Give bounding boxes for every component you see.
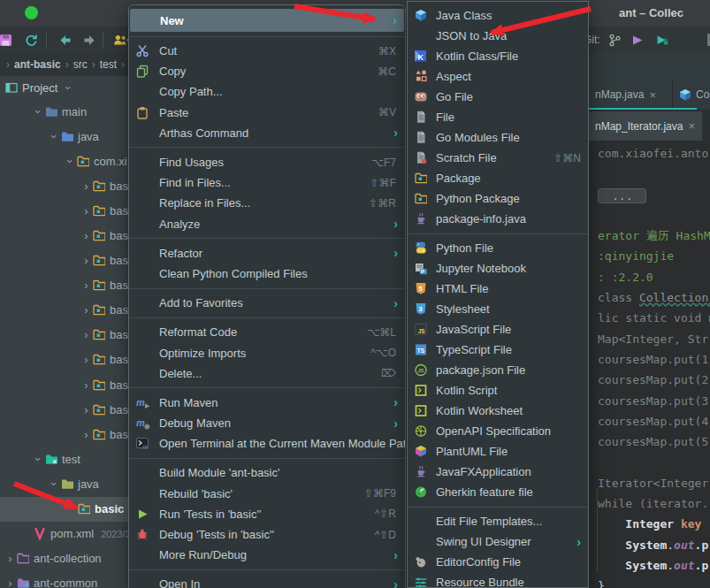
submenu-arrow-icon: › <box>576 535 581 549</box>
menu-item-add-to-favorites[interactable]: Add to Favorites› <box>129 293 405 313</box>
chevron-down-icon[interactable]: › <box>48 130 61 143</box>
chevron-down-icon[interactable]: › <box>64 155 77 168</box>
menu-item-rebuild-basic[interactable]: Rebuild 'basic'⇧⌘F9 <box>129 484 405 504</box>
menu-item-swing-ui-designer[interactable]: Swing UI Designer› <box>408 531 588 552</box>
menu-item-cut[interactable]: Cut⌘X <box>129 41 405 61</box>
none-icon <box>136 577 154 588</box>
menu-item-arthas-command[interactable]: Arthas Command› <box>129 123 405 143</box>
folded-region[interactable]: ... <box>598 188 646 203</box>
menu-item-refactor[interactable]: Refactor› <box>129 243 405 263</box>
editor-tab-nmap-iterator-java[interactable]: nMap_Iterator.java× <box>589 111 702 141</box>
menu-item-analyze[interactable]: Analyze› <box>129 214 405 234</box>
update-project-icon[interactable] <box>626 29 649 50</box>
submenu-arrow-icon: › <box>393 217 398 231</box>
svg-text:JS: JS <box>418 328 426 334</box>
menu-item-kotlin-worksheet[interactable]: Kotlin Worksheet <box>408 401 588 421</box>
git-branch-icon[interactable] <box>603 29 626 50</box>
menu-item-java-class[interactable]: Java Class <box>408 5 588 26</box>
tree-item-label: pom.xml <box>50 527 94 540</box>
menu-item-json-to-java[interactable]: JSON to Java <box>408 26 588 46</box>
editor-tab-collectio[interactable]: Collectio <box>673 80 710 110</box>
save-icon[interactable] <box>0 29 17 50</box>
chevron-right-icon[interactable]: › <box>4 552 17 565</box>
menu-item-kotlin-class-file[interactable]: KKotlin Class/File <box>408 46 588 66</box>
menu-item-find-usages[interactable]: Find Usages⌥F7 <box>129 152 405 172</box>
toolbar-overflow-icon[interactable] <box>700 29 710 50</box>
chevron-right-icon[interactable]: › <box>80 403 93 416</box>
back-icon[interactable] <box>53 29 76 50</box>
menu-item-clean-python-compiled-files[interactable]: Clean Python Compiled Files <box>129 263 405 284</box>
chevron-right-icon[interactable]: › <box>80 254 93 267</box>
breadcrumb-item[interactable]: ant-basic <box>14 58 61 71</box>
menu-item-copy-path[interactable]: Copy Path... <box>129 81 405 102</box>
menu-item-python-file[interactable]: Python File <box>408 238 588 258</box>
menu-item-editorconfig-file[interactable]: EditorConfig File <box>408 552 588 572</box>
menu-item-debug-tests-in-basic[interactable]: Debug 'Tests in 'basic''^⇧D <box>129 524 405 545</box>
menu-item-gherkin-feature-file[interactable]: Gherkin feature file <box>408 482 588 502</box>
sync-icon[interactable] <box>19 29 42 50</box>
close-icon[interactable]: × <box>688 119 695 133</box>
chevron-right-icon[interactable]: › <box>80 328 93 341</box>
chevron-right-icon[interactable]: › <box>80 204 93 218</box>
menu-item-reformat-code[interactable]: Reformat Code⌥⌘L <box>129 322 405 342</box>
menu-item-package[interactable]: Package <box>408 168 588 188</box>
code-editor[interactable]: com.xiaofei.anto ... erator 遍历 HashMap K… <box>591 143 710 588</box>
menu-item-debug-maven[interactable]: mDebug Maven› <box>129 413 405 433</box>
menu-item-aspect[interactable]: Aspect <box>408 66 588 87</box>
menu-item-plantuml-file[interactable]: PlantUML File <box>408 441 588 462</box>
menu-item-scratch-file[interactable]: Scratch File⇧⌘N <box>408 148 588 168</box>
python-icon <box>415 241 429 255</box>
chevron-right-icon[interactable]: › <box>80 279 93 292</box>
menu-item-new[interactable]: New› <box>130 9 404 32</box>
menu-item-find-in-files[interactable]: Find in Files...⇧⌘F <box>129 172 405 193</box>
menu-item-openapi-specification[interactable]: OpenAPI Specification <box>408 421 588 441</box>
menu-item-stylesheet[interactable]: 3Stylesheet <box>408 299 588 319</box>
chevron-down-icon[interactable]: › <box>32 453 45 466</box>
menu-item-run-tests-in-basic[interactable]: Run 'Tests in 'basic''^⇧R <box>129 504 405 524</box>
menu-item-package-info-java[interactable]: package-info.java <box>408 209 588 229</box>
push-icon[interactable] <box>651 29 674 50</box>
menu-item-copy[interactable]: Copy⌘C <box>129 61 405 81</box>
menu-item-run-maven[interactable]: mRun Maven› <box>129 393 405 413</box>
menu-item-javascript-file[interactable]: JSJavaScript File <box>408 319 588 340</box>
chevron-right-icon[interactable]: › <box>80 303 93 317</box>
menu-item-paste[interactable]: Paste⌘V <box>129 103 405 123</box>
chevron-right-icon[interactable]: › <box>80 353 93 366</box>
menu-item-go-modules-file[interactable]: Go Modules File <box>408 127 588 148</box>
menu-item-package-json-file[interactable]: JSpackage.json File <box>408 360 588 380</box>
traffic-light-green-icon[interactable] <box>25 6 38 19</box>
menu-item-open-in[interactable]: Open In› <box>129 574 405 588</box>
none-icon <box>136 247 154 260</box>
menu-item-jupyter-notebook[interactable]: IPJupyter Notebook <box>408 258 588 279</box>
breadcrumb-item[interactable]: src <box>73 58 88 71</box>
menu-item-python-package[interactable]: Python Package <box>408 188 588 209</box>
chevron-down-icon[interactable]: › <box>62 86 75 89</box>
menu-item-html-file[interactable]: 5HTML File <box>408 279 588 299</box>
chevron-right-icon[interactable]: › <box>80 428 93 441</box>
menu-item-label: Copy Path... <box>159 85 223 98</box>
breadcrumb-item[interactable]: test <box>100 58 117 71</box>
menu-item-resource-bundle[interactable]: Resource Bundle <box>408 572 588 588</box>
menu-item-kotlin-script[interactable]: Kotlin Script <box>408 380 588 401</box>
forward-icon[interactable] <box>78 29 101 50</box>
menu-item-go-file[interactable]: Go File <box>408 87 588 107</box>
chevron-down-icon[interactable]: › <box>48 477 61 491</box>
menu-item-build-module-ant-basic[interactable]: Build Module 'ant-basic' <box>129 462 405 483</box>
svg-text:JS: JS <box>417 368 424 373</box>
chevron-right-icon[interactable]: › <box>80 229 93 242</box>
chevron-down-icon[interactable]: › <box>32 105 45 118</box>
menu-item-replace-in-files[interactable]: Replace in Files...⇧⌘R <box>129 193 405 213</box>
menu-item-edit-file-templates[interactable]: Edit File Templates... <box>408 511 588 531</box>
menu-item-optimize-imports[interactable]: Optimize Imports^⌥O <box>129 342 405 363</box>
editor-tab-nmap-java[interactable]: nMap.java× <box>589 80 662 110</box>
menu-item-open-terminal-at-the-current-maven-module-path[interactable]: mOpen Terminal at the Current Maven Modu… <box>129 433 405 454</box>
menu-item-file[interactable]: File <box>408 107 588 127</box>
menu-item-typescript-file[interactable]: TSTypeScript File <box>408 340 588 360</box>
chevron-right-icon[interactable]: › <box>80 378 93 392</box>
chevron-right-icon[interactable]: › <box>80 179 93 193</box>
menu-item-more-run-debug[interactable]: More Run/Debug› <box>129 545 405 565</box>
chevron-right-icon[interactable]: › <box>4 577 17 588</box>
close-icon[interactable]: × <box>649 88 656 102</box>
menu-item-javafxapplication[interactable]: JavaFXApplication <box>408 462 588 482</box>
menu-item-delete[interactable]: Delete...⌦ <box>129 363 405 384</box>
